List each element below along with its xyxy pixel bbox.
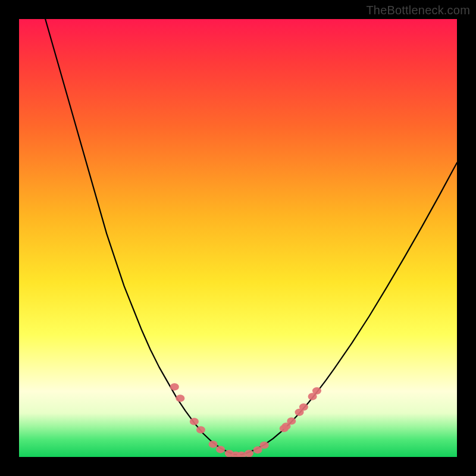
- watermark-text: TheBottleneck.com: [366, 4, 470, 17]
- chart-svg: [19, 19, 457, 457]
- marker-dot: [260, 441, 269, 449]
- curve-left-curve: [45, 19, 238, 455]
- curve-right-curve: [238, 162, 457, 455]
- marker-dot: [190, 418, 199, 425]
- chart-frame: TheBottleneck.com: [0, 0, 476, 476]
- marker-dot: [299, 403, 308, 411]
- marker-dot: [196, 426, 205, 433]
- marker-dot: [312, 387, 321, 394]
- marker-dot: [176, 394, 184, 402]
- marker-dot: [216, 446, 225, 453]
- marker-dot: [287, 417, 296, 424]
- marker-dot: [245, 450, 253, 457]
- marker-dot: [209, 440, 218, 447]
- curve-group: [45, 19, 457, 455]
- marker-group: [170, 383, 321, 457]
- plot-area: [19, 19, 457, 457]
- marker-dot: [170, 383, 179, 390]
